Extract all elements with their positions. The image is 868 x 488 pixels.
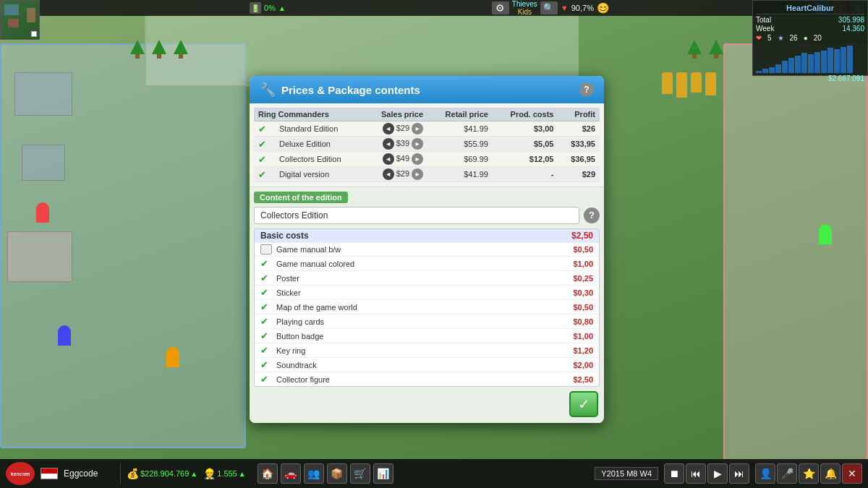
price-up-btn[interactable]: ► <box>412 138 423 150</box>
price-down-btn[interactable]: ◄ <box>383 153 394 165</box>
smiley-icon: 😊 <box>597 2 609 14</box>
table-row: ✔ Collectors Edition ◄ $49 ► $69.99 $12,… <box>254 152 600 167</box>
item-name: Game manual b/w <box>276 245 573 254</box>
item-cost: $0,50 <box>573 303 593 312</box>
row-retail: $69.99 <box>427 152 493 167</box>
bar-segment <box>834 49 840 73</box>
item-cost: $0,50 <box>573 245 593 254</box>
col-retail: Retail price <box>427 108 493 121</box>
dialog-help-btn[interactable]: ? <box>579 82 594 97</box>
bar-segment <box>775 64 781 73</box>
table-row: ✔ Deluxe Edition ◄ $39 ► $55.99 $5,05 $3… <box>254 137 600 152</box>
bell-btn[interactable]: 🔔 <box>820 463 841 484</box>
edition-help-btn[interactable]: ? <box>584 207 600 223</box>
battery-pct: 0% <box>264 4 276 12</box>
prices-tbody: ✔ Standard Edition ◄ $29 ► $41.99 $3,00 … <box>254 121 600 182</box>
stats-icon-btn[interactable]: 📊 <box>373 463 393 484</box>
profile-btn[interactable]: 👤 <box>755 463 775 484</box>
item-name: Button badge <box>276 332 573 341</box>
item-check[interactable]: ✔ <box>260 374 272 385</box>
character-2 <box>58 325 71 346</box>
room-item2 <box>22 145 65 181</box>
edition-section: Content of the edition Standard EditionD… <box>250 187 604 391</box>
row-sales: ◄ $49 ► <box>364 152 427 167</box>
item-check[interactable]: ✔ <box>260 359 272 370</box>
room-desk <box>14 72 72 116</box>
price-up-btn[interactable]: ► <box>412 168 423 180</box>
stat-icon-3: ● <box>804 34 808 42</box>
content-item: ✔ Game manual colored $1,00 <box>255 257 599 271</box>
stat-val-2: 26 <box>790 34 798 42</box>
battery-icon: 🔋 <box>250 2 261 14</box>
right-icons: 👤 🎤 ⭐ 🔔 ✕ <box>755 463 862 484</box>
price-up-btn[interactable]: ► <box>412 153 423 165</box>
staff-icon-btn[interactable]: 👥 <box>304 463 324 484</box>
gear-icon[interactable]: ⚙ <box>492 1 509 14</box>
item-check[interactable]: ✔ <box>260 301 272 312</box>
item-check[interactable]: ✔ <box>260 258 272 269</box>
battery-arrow: ▲ <box>278 4 286 12</box>
row-prod: $12,05 <box>493 152 558 167</box>
close-btn[interactable]: ✕ <box>842 463 862 484</box>
date-display: Y2015 M8 W4 <box>595 467 658 480</box>
content-item: ✔ Soundtrack $2,00 <box>255 358 599 372</box>
tree-1 <box>130 40 145 57</box>
row-name: Collectors Edition <box>275 152 364 167</box>
package-icon-btn[interactable]: 📦 <box>327 463 347 484</box>
stat-icon-2: ★ <box>778 34 784 42</box>
player-name: Eggcode <box>64 468 114 479</box>
item-check[interactable]: ✔ <box>260 287 272 298</box>
prev-btn[interactable]: ⏮ <box>686 463 706 484</box>
faction-display: Thieves Kids <box>512 0 537 16</box>
star-btn[interactable]: ⭐ <box>799 463 819 484</box>
item-check[interactable]: ✔ <box>260 273 272 283</box>
content-item: ✔ Key ring $1,20 <box>255 343 599 358</box>
item-check[interactable] <box>260 244 272 254</box>
trophies <box>662 72 716 98</box>
edition-dropdown[interactable]: Standard EditionDeluxe EditionCollectors… <box>254 207 579 224</box>
bar-segment <box>756 71 762 73</box>
row-retail: $55.99 <box>427 137 493 152</box>
faction2: Kids <box>518 8 532 16</box>
item-check[interactable]: ✔ <box>260 330 272 341</box>
item-check[interactable]: ✔ <box>260 345 272 356</box>
logo-text: kencom <box>11 471 30 476</box>
next-btn[interactable]: ⏭ <box>729 463 749 484</box>
center-icons: 🏠 🚗 👥 📦 🛒 📊 <box>258 463 393 484</box>
row-check: ✔ <box>254 121 275 137</box>
bar-segment <box>814 52 820 73</box>
price-down-btn[interactable]: ◄ <box>383 138 394 150</box>
group-header: Ring Commanders <box>254 108 364 121</box>
price-down-btn[interactable]: ◄ <box>383 123 394 134</box>
dialog-footer: ✓ <box>250 391 604 423</box>
shop-icon-btn[interactable]: 🛒 <box>350 463 370 484</box>
mini-map[interactable] <box>0 0 40 40</box>
row-sales: ◄ $29 ► <box>364 167 427 182</box>
company-logo: kencom <box>6 462 35 485</box>
room-item3 <box>7 231 72 282</box>
stat-icon-1: ❤ <box>756 34 762 42</box>
row-name: Standard Edition <box>275 121 364 137</box>
content-item: ✔ Playing cards $0,80 <box>255 314 599 329</box>
price-down-btn[interactable]: ◄ <box>383 168 394 180</box>
stop-btn[interactable]: ⏹ <box>664 463 684 484</box>
stats-row-total: Total 305.998 <box>756 16 864 24</box>
dialog-title-bar: 🔧 Prices & Package contents ? <box>250 76 604 103</box>
ok-button[interactable]: ✓ <box>569 391 598 417</box>
money-icon: 💰 <box>127 468 139 479</box>
item-cost: $1,00 <box>573 260 593 268</box>
tree-3 <box>174 40 188 57</box>
basic-costs-label: Basic costs <box>260 231 571 241</box>
vehicle-icon-btn[interactable]: 🚗 <box>281 463 301 484</box>
mic-btn[interactable]: 🎤 <box>777 463 797 484</box>
play-btn[interactable]: ▶ <box>707 463 728 484</box>
item-name: Game manual colored <box>276 260 573 268</box>
price-up-btn[interactable]: ► <box>412 123 423 134</box>
search-icon[interactable]: 🔍 <box>540 1 558 14</box>
build-icon-btn[interactable]: 🏠 <box>258 463 278 484</box>
sales-value: $29 <box>396 124 409 132</box>
item-check[interactable]: ✔ <box>260 316 272 327</box>
table-row: ✔ Digital version ◄ $29 ► $41.99 - $29 <box>254 167 600 182</box>
hud-center: ⚙ Thieves Kids 🔍 ▼ 90,7% 😊 <box>492 0 609 16</box>
bar-segment <box>795 56 801 73</box>
